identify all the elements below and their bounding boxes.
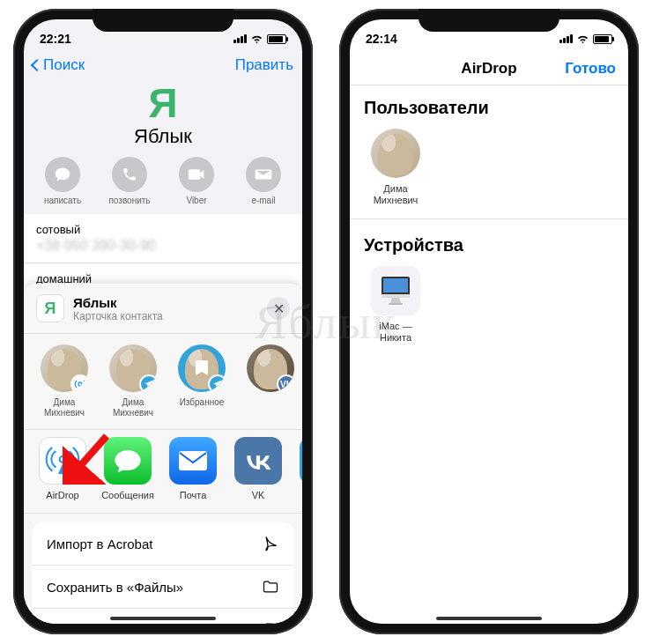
airdrop-icon [39,437,86,485]
action-label: Viber [171,196,222,205]
airdrop-badge-icon [70,374,88,392]
field-label: сотовый [36,223,290,236]
airdrop-device[interactable]: iMac — Никита [364,266,427,344]
airdrop-user[interactable]: Дима Михневич [364,129,427,206]
close-button[interactable]: ✕ [267,297,290,320]
app-telegram[interactable]: Te [297,437,302,500]
notch [419,9,559,32]
avatar [178,344,226,392]
signal-icon [233,34,247,43]
action-label: Скопировать в Documents [47,623,207,625]
battery-icon [593,34,612,44]
phone-icon [112,157,147,192]
section-users-title: Пользователи [350,85,628,125]
section-devices-title: Устройства [350,223,628,263]
share-target-name: Избранное [174,397,230,408]
video-icon [179,157,214,192]
back-label: Поиск [43,56,85,74]
share-target[interactable]: Избранное [174,344,230,418]
vk-badge-icon: VK [277,374,294,392]
notch [93,9,233,32]
avatar [371,129,420,178]
contact-logo: Я [24,83,302,123]
share-target[interactable]: VK [242,344,299,418]
action-label: e-mail [238,196,289,205]
done-button[interactable]: Готово [565,60,616,78]
action-label: Импорт в Acrobat [47,537,152,551]
edit-button[interactable]: Править [235,56,293,74]
app-label: Te [297,490,302,500]
svg-rect-3 [264,624,278,625]
wifi-icon [576,33,589,44]
mail-app-icon [169,437,217,485]
nav-bar: Поиск Править [24,51,302,78]
svg-rect-5 [383,278,408,292]
back-button[interactable]: Поиск [33,56,85,74]
field-mobile[interactable]: сотовый +38 050 390-30-90 [24,214,302,263]
svg-rect-6 [382,294,410,298]
device-name: iMac — Никита [364,321,427,344]
action-label: Сохранить в «Файлы» [47,580,183,595]
home-indicator[interactable] [436,617,542,620]
share-apps-row[interactable]: AirDrop Сообщения Почта [24,429,302,514]
folder-icon [262,578,279,596]
messages-icon [104,437,152,485]
share-target[interactable]: Дима Михневич [36,344,93,418]
action-message[interactable]: написать [37,157,88,205]
message-icon [45,157,80,192]
documents-icon [262,621,279,624]
divider [350,218,628,219]
app-mail[interactable]: Почта [167,437,219,500]
share-actions-list: Импорт в Acrobat Сохранить в «Файлы» Ско… [33,522,293,624]
signal-icon [559,34,573,43]
action-call[interactable]: позвонить [104,157,155,205]
contact-name: Яблык [24,125,302,148]
action-save-files[interactable]: Сохранить в «Файлы» [33,566,293,609]
status-time: 22:21 [40,32,71,46]
action-import-acrobat[interactable]: Импорт в Acrobat [33,522,293,566]
phone-frame-left: 22:21 Поиск Править Я Яблык написать [13,9,313,634]
action-viber[interactable]: Viber [171,157,222,205]
home-indicator[interactable] [110,617,216,620]
sheet-title: Яблык [73,295,163,310]
chevron-left-icon [31,59,43,71]
svg-point-0 [78,382,82,386]
share-targets-row[interactable]: Дима Михневич Дима Михневич [24,334,302,429]
action-label: позвонить [104,196,155,205]
status-time: 22:14 [366,32,397,46]
vk-icon [234,437,282,485]
phone-frame-right: 22:14 AirDrop Готово Пользователи Дима М… [339,9,639,634]
share-target[interactable]: Дима Михневич [105,344,161,418]
svg-rect-7 [389,303,403,305]
acrobat-icon [262,535,279,552]
mail-icon [246,157,281,192]
app-label: AirDrop [36,490,89,500]
action-email[interactable]: e-mail [238,157,289,205]
telegram-badge-icon [139,374,157,392]
nav-bar: AirDrop Готово [350,51,628,85]
battery-icon [267,34,286,44]
users-grid: Дима Михневич [350,125,628,215]
telegram-icon [300,437,302,485]
contact-header: Я Яблык написать позвонить Viber e-mail [24,78,302,214]
app-vk[interactable]: VK [232,437,285,500]
svg-point-1 [60,456,66,463]
avatar [41,344,88,392]
app-label: Сообщения [101,490,154,500]
app-label: Почта [167,490,219,500]
field-value: +38 050 390-30-90 [36,238,290,254]
share-sheet: Я Яблык Карточка контакта ✕ Дима Михневи… [24,284,302,624]
user-name: Дима Михневич [364,183,427,206]
devices-grid: iMac — Никита [350,263,628,352]
avatar [109,344,157,392]
app-messages[interactable]: Сообщения [101,437,154,500]
share-target-name: Дима Михневич [105,397,161,418]
imac-icon [371,266,420,315]
share-target-name: Дима Михневич [36,397,93,418]
telegram-badge-icon [208,374,226,392]
app-airdrop[interactable]: AirDrop [36,437,89,500]
sheet-app-icon: Я [36,294,64,322]
sheet-subtitle: Карточка контакта [73,310,163,322]
wifi-icon [250,33,263,44]
app-label: VK [232,490,285,500]
